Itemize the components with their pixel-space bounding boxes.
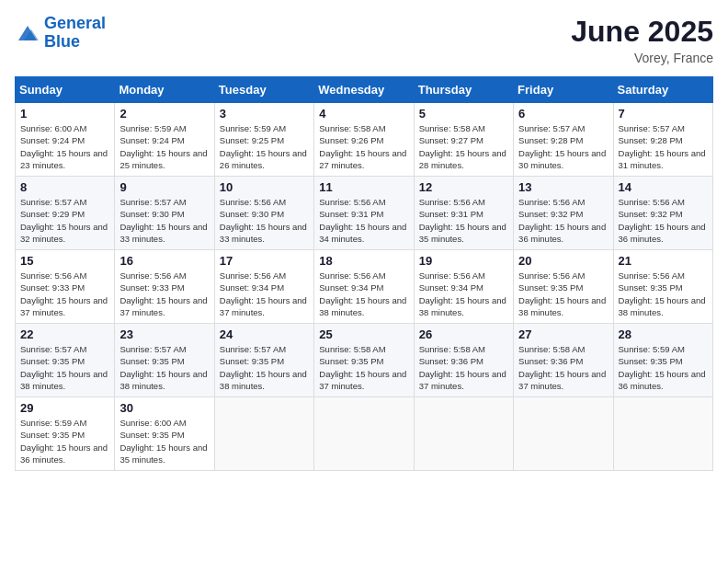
day-number: 5 [419,107,508,121]
sunset-label: Sunset: 9:36 PM [518,356,583,366]
sunrise-label: Sunrise: 6:00 AM [119,418,186,428]
day-info: Sunrise: 5:59 AM Sunset: 9:25 PM Dayligh… [220,122,309,171]
day-info: Sunrise: 6:00 AM Sunset: 9:35 PM Dayligh… [119,417,209,465]
day-info: Sunrise: 5:58 AM Sunset: 9:27 PM Dayligh… [419,122,508,171]
day-info: Sunrise: 5:57 AM Sunset: 9:28 PM Dayligh… [619,122,708,171]
day-info: Sunrise: 5:56 AM Sunset: 9:35 PM Dayligh… [619,270,708,318]
sunrise-label: Sunrise: 5:57 AM [119,197,186,207]
day-number: 25 [319,327,408,341]
calendar-cell: 27 Sunrise: 5:58 AM Sunset: 9:36 PM Dayl… [514,324,613,397]
location: Vorey, France [571,51,713,65]
calendar-cell: 2 Sunrise: 5:59 AM Sunset: 9:24 PM Dayli… [115,103,214,177]
day-number: 26 [419,327,508,341]
col-friday: Friday [514,77,613,103]
day-number: 8 [20,180,109,194]
sunrise-label: Sunrise: 5:56 AM [518,197,585,207]
daylight-label: Daylight: 15 hours and 35 minutes. [119,442,207,465]
col-wednesday: Wednesday [314,77,414,103]
daylight-label: Daylight: 15 hours and 37 minutes. [319,369,406,391]
calendar-cell: 16 Sunrise: 5:56 AM Sunset: 9:33 PM Dayl… [115,250,214,324]
sunrise-label: Sunrise: 5:59 AM [20,418,86,428]
day-info: Sunrise: 5:56 AM Sunset: 9:32 PM Dayligh… [619,196,708,245]
day-number: 29 [20,401,109,415]
daylight-label: Daylight: 15 hours and 26 minutes. [220,148,307,170]
sunset-label: Sunset: 9:35 PM [518,282,583,293]
sunset-label: Sunset: 9:28 PM [619,135,683,145]
day-number: 17 [220,254,309,268]
day-info: Sunrise: 5:57 AM Sunset: 9:35 PM Dayligh… [20,343,109,392]
daylight-label: Daylight: 15 hours and 30 minutes. [518,148,606,170]
calendar-week-row: 8 Sunrise: 5:57 AM Sunset: 9:29 PM Dayli… [16,177,713,250]
day-number: 23 [119,327,209,341]
sunrise-label: Sunrise: 5:56 AM [319,197,385,207]
day-number: 18 [319,254,408,268]
calendar-cell: 1 Sunrise: 6:00 AM Sunset: 9:24 PM Dayli… [16,103,115,177]
sunrise-label: Sunrise: 5:56 AM [119,270,186,281]
logo-text: General Blue [44,15,106,52]
calendar-cell: 24 Sunrise: 5:57 AM Sunset: 9:35 PM Dayl… [214,324,313,397]
calendar-cell: 19 Sunrise: 5:56 AM Sunset: 9:34 PM Dayl… [414,250,513,324]
sunrise-label: Sunrise: 5:57 AM [20,344,86,354]
day-info: Sunrise: 5:56 AM Sunset: 9:31 PM Dayligh… [419,196,508,245]
sunset-label: Sunset: 9:35 PM [220,356,284,366]
sunrise-label: Sunrise: 5:56 AM [20,270,86,281]
day-number: 27 [518,327,608,341]
calendar-cell: 15 Sunrise: 5:56 AM Sunset: 9:33 PM Dayl… [16,250,115,324]
calendar-cell: 21 Sunrise: 5:56 AM Sunset: 9:35 PM Dayl… [613,250,712,324]
sunset-label: Sunset: 9:31 PM [419,209,483,219]
calendar-table: Sunday Monday Tuesday Wednesday Thursday… [15,76,713,471]
daylight-label: Daylight: 15 hours and 27 minutes. [319,148,406,170]
calendar-cell: 4 Sunrise: 5:58 AM Sunset: 9:26 PM Dayli… [314,103,414,177]
sunset-label: Sunset: 9:30 PM [220,209,284,219]
day-info: Sunrise: 5:59 AM Sunset: 9:35 PM Dayligh… [20,417,109,465]
daylight-label: Daylight: 15 hours and 34 minutes. [319,222,406,244]
sunset-label: Sunset: 9:36 PM [419,356,483,366]
sunset-label: Sunset: 9:30 PM [119,209,184,219]
day-info: Sunrise: 5:58 AM Sunset: 9:36 PM Dayligh… [419,343,508,392]
calendar-cell [414,397,513,471]
day-number: 9 [119,180,209,194]
sunrise-label: Sunrise: 5:59 AM [220,123,286,133]
sunrise-label: Sunrise: 5:56 AM [220,270,286,281]
sunrise-label: Sunrise: 5:58 AM [419,123,485,133]
day-info: Sunrise: 6:00 AM Sunset: 9:24 PM Dayligh… [20,122,109,171]
sunset-label: Sunset: 9:31 PM [319,209,383,219]
sunrise-label: Sunrise: 5:56 AM [619,197,685,207]
day-info: Sunrise: 5:58 AM Sunset: 9:35 PM Dayligh… [319,343,408,392]
calendar-cell [613,397,712,471]
sunset-label: Sunset: 9:32 PM [619,209,683,219]
daylight-label: Daylight: 15 hours and 38 minutes. [220,369,307,391]
day-info: Sunrise: 5:56 AM Sunset: 9:33 PM Dayligh… [20,270,109,318]
daylight-label: Daylight: 15 hours and 37 minutes. [119,295,207,317]
calendar-cell: 22 Sunrise: 5:57 AM Sunset: 9:35 PM Dayl… [16,324,115,397]
day-number: 10 [220,180,309,194]
title-block: June 2025 Vorey, France [571,15,713,65]
calendar-week-row: 15 Sunrise: 5:56 AM Sunset: 9:33 PM Dayl… [16,250,713,324]
sunset-label: Sunset: 9:33 PM [20,282,85,293]
calendar-cell: 30 Sunrise: 6:00 AM Sunset: 9:35 PM Dayl… [115,397,214,471]
sunrise-label: Sunrise: 5:58 AM [518,344,585,354]
page-header: General Blue June 2025 Vorey, France [15,15,713,65]
day-info: Sunrise: 5:56 AM Sunset: 9:32 PM Dayligh… [518,196,608,245]
calendar-cell: 20 Sunrise: 5:56 AM Sunset: 9:35 PM Dayl… [514,250,613,324]
daylight-label: Daylight: 15 hours and 38 minutes. [319,295,406,317]
sunrise-label: Sunrise: 5:56 AM [518,270,585,281]
day-number: 21 [619,254,708,268]
day-number: 4 [319,107,408,121]
day-info: Sunrise: 5:56 AM Sunset: 9:35 PM Dayligh… [518,270,608,318]
day-number: 6 [518,107,608,121]
sunset-label: Sunset: 9:24 PM [119,135,184,145]
day-number: 7 [619,107,708,121]
sunrise-label: Sunrise: 5:57 AM [119,344,186,354]
calendar-week-row: 1 Sunrise: 6:00 AM Sunset: 9:24 PM Dayli… [16,103,713,177]
sunrise-label: Sunrise: 5:56 AM [319,270,385,281]
daylight-label: Daylight: 15 hours and 37 minutes. [220,295,307,317]
daylight-label: Daylight: 15 hours and 31 minutes. [619,148,706,170]
calendar-cell: 3 Sunrise: 5:59 AM Sunset: 9:25 PM Dayli… [214,103,313,177]
sunset-label: Sunset: 9:35 PM [20,430,85,440]
daylight-label: Daylight: 15 hours and 38 minutes. [619,295,706,317]
sunrise-label: Sunrise: 5:57 AM [518,123,585,133]
sunrise-label: Sunrise: 6:00 AM [20,123,86,133]
day-info: Sunrise: 5:57 AM Sunset: 9:35 PM Dayligh… [119,343,209,392]
sunrise-label: Sunrise: 5:58 AM [319,344,385,354]
